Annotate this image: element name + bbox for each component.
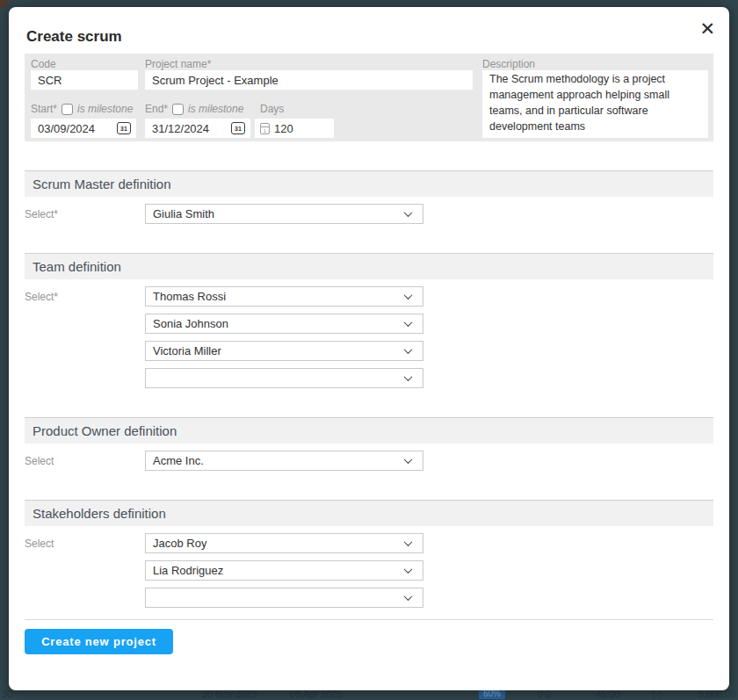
sections: Scrum Master definition Select* Giulia S… — [25, 170, 713, 608]
days-value: 120 — [274, 122, 293, 135]
create-scrum-modal: ✕ Create scrum Code Project name* Descri… — [9, 7, 729, 690]
end-label: End* — [145, 103, 168, 115]
dropdown-value: Sonia Johnson — [153, 317, 228, 330]
end-milestone-label: is milestone — [188, 103, 243, 115]
chevron-down-icon — [404, 318, 413, 327]
dropdown-value: Jacob Roy — [153, 537, 206, 550]
days-input[interactable]: 1 120 — [255, 119, 334, 138]
select-row: Select Jacob Roy — [25, 533, 713, 553]
code-label: Code — [31, 58, 56, 70]
section-title: Team definition — [33, 259, 121, 274]
dropdown-value: Giulia Smith — [153, 207, 214, 220]
chevron-down-icon — [404, 345, 413, 354]
end-date-value: 31/12/2024 — [152, 122, 209, 135]
dropdown[interactable]: Thomas Rossi — [145, 286, 423, 307]
start-label: Start* — [31, 103, 57, 115]
select-label: Select — [25, 455, 145, 467]
project-details-panel: Code Project name* Description The Scrum… — [25, 54, 713, 141]
calendar-icon[interactable]: 31 — [117, 122, 131, 134]
chevron-down-icon — [404, 455, 413, 464]
dropdown-value: Victoria Miller — [153, 344, 221, 357]
form-section: Scrum Master definition Select* Giulia S… — [25, 170, 713, 224]
select-row: Select* Giulia Smith — [25, 204, 713, 224]
background-corner-accent — [0, 0, 8, 8]
description-textarea[interactable]: The Scrum methodology is a project manag… — [482, 70, 708, 138]
dropdown[interactable]: Acme Inc. — [145, 451, 423, 471]
select-label: Select* — [25, 291, 145, 303]
chevron-down-icon — [404, 291, 413, 299]
select-label: Select — [25, 538, 145, 550]
form-section: Stakeholders definition Select Jacob Roy… — [25, 500, 713, 608]
start-date-value: 03/09/2024 — [38, 122, 95, 135]
description-label: Description — [482, 58, 535, 70]
create-new-project-button[interactable]: Create new project — [25, 629, 173, 654]
section-title: Stakeholders definition — [33, 506, 166, 521]
chevron-down-icon — [404, 565, 413, 574]
select-row: Victoria Miller — [25, 341, 713, 361]
close-icon[interactable]: ✕ — [699, 19, 715, 38]
chevron-down-icon — [404, 538, 413, 546]
dropdown-value: Lia Rodriguez — [153, 564, 223, 577]
dropdown[interactable]: Sonia Johnson — [145, 314, 423, 334]
footer-divider — [25, 619, 713, 620]
dropdown-value: Thomas Rossi — [153, 290, 226, 303]
start-milestone-checkbox[interactable] — [62, 104, 73, 115]
select-label: Select* — [25, 208, 145, 220]
dropdown-value: Acme Inc. — [153, 454, 204, 467]
chevron-down-icon — [404, 592, 413, 601]
start-milestone-label: is milestone — [77, 103, 133, 115]
end-label-row: End* is milestone — [145, 103, 243, 115]
select-row: Select* Thomas Rossi — [25, 286, 713, 307]
calendar-icon: 1 — [260, 123, 270, 134]
dropdown[interactable]: Giulia Smith — [145, 204, 423, 224]
dropdown[interactable]: Jacob Roy — [145, 533, 423, 553]
form-section: Product Owner definition Select Acme Inc… — [25, 417, 713, 471]
select-row: Select Acme Inc. — [25, 451, 713, 471]
chevron-down-icon — [404, 208, 413, 217]
dropdown[interactable] — [145, 588, 423, 608]
form-section: Team definition Select* Thomas Rossi Son… — [25, 253, 713, 388]
section-title: Scrum Master definition — [33, 177, 171, 191]
dropdown[interactable]: Victoria Miller — [145, 341, 423, 361]
modal-title: Create scrum — [26, 28, 713, 46]
select-row — [25, 368, 713, 388]
select-row — [25, 588, 713, 608]
select-row: Lia Rodriguez — [25, 560, 713, 581]
days-label: Days — [260, 103, 284, 115]
chevron-down-icon — [404, 372, 413, 381]
calendar-icon[interactable]: 31 — [231, 122, 245, 134]
background-cell: 30 — [2, 689, 12, 699]
end-milestone-checkbox[interactable] — [172, 104, 184, 115]
start-date-input[interactable]: 03/09/2024 31 — [31, 119, 136, 138]
project-name-input[interactable] — [145, 70, 473, 90]
select-row: Sonia Johnson — [25, 314, 713, 334]
dropdown[interactable] — [145, 368, 423, 388]
start-label-row: Start* is milestone — [31, 103, 133, 115]
section-title: Product Owner definition — [33, 423, 177, 438]
dropdown[interactable]: Lia Rodriguez — [145, 560, 423, 581]
project-name-label: Project name* — [145, 58, 211, 70]
end-date-input[interactable]: 31/12/2024 31 — [145, 119, 250, 138]
code-input[interactable] — [31, 70, 138, 90]
